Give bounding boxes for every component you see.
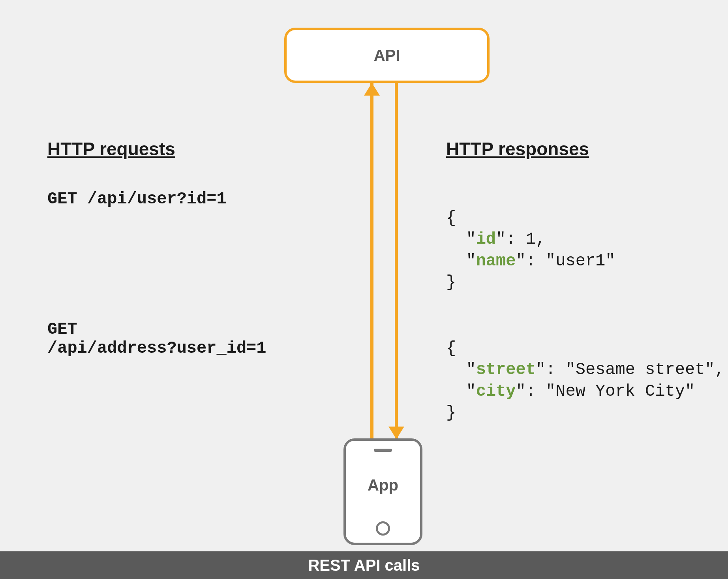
request-arrow-line — [370, 83, 373, 438]
api-node: API — [284, 28, 490, 83]
request-1: GET /api/user?id=1 — [47, 190, 227, 209]
brace-open: { — [446, 339, 456, 358]
app-node: App — [343, 438, 422, 545]
brace-close: } — [446, 273, 456, 292]
line: "id": 1, — [446, 230, 546, 249]
line: "city": "New York City" — [446, 382, 695, 401]
response-arrow-line — [395, 83, 398, 438]
txt: ": "Sesame street", — [536, 360, 725, 379]
request-2: GET /api/address?user_id=1 — [47, 320, 266, 358]
txt: " — [446, 252, 476, 271]
diagram-title: REST API calls — [308, 556, 420, 574]
json-key-name: name — [476, 252, 516, 271]
response-2: { "street": "Sesame street", "city": "Ne… — [446, 316, 725, 424]
http-requests-heading: HTTP requests — [47, 138, 175, 160]
request-arrow-head-icon — [364, 83, 380, 96]
line: "street": "Sesame street", — [446, 360, 725, 379]
txt: ": "New York City" — [516, 382, 695, 401]
brace-open: { — [446, 209, 456, 227]
json-key-city: city — [476, 382, 516, 401]
txt: " — [446, 230, 476, 249]
api-label: API — [374, 47, 400, 64]
http-responses-heading: HTTP responses — [446, 138, 589, 160]
txt: ": "user1" — [516, 252, 615, 271]
json-key-id: id — [476, 230, 496, 249]
txt: ": 1, — [496, 230, 546, 249]
txt: " — [446, 360, 476, 379]
response-arrow-head-icon — [388, 427, 404, 439]
diagram-title-bar: REST API calls — [0, 551, 728, 579]
app-label: App — [346, 476, 420, 494]
brace-close: } — [446, 403, 456, 422]
line: "name": "user1" — [446, 252, 615, 271]
txt: " — [446, 382, 476, 401]
response-1: { "id": 1, "name": "user1" } — [446, 186, 615, 293]
json-key-street: street — [476, 360, 536, 379]
phone-home-button-icon — [376, 521, 390, 536]
phone-speaker-icon — [374, 449, 392, 452]
